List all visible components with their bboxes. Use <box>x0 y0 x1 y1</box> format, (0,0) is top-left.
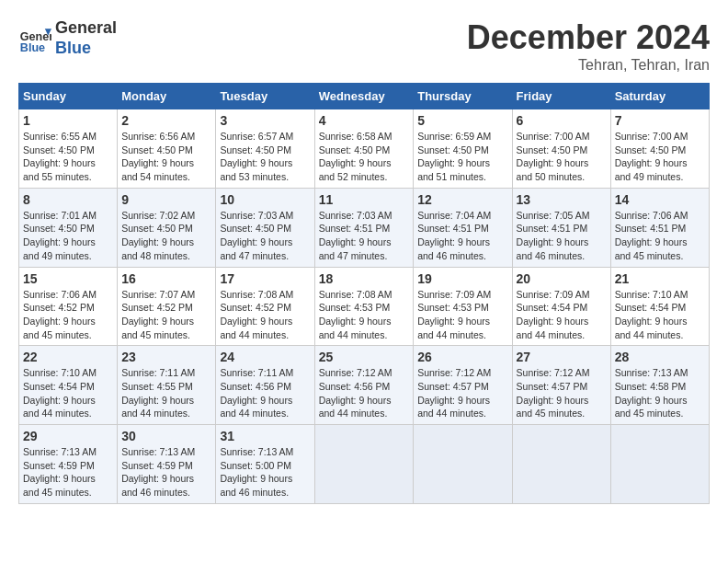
day-number: 25 <box>319 350 410 364</box>
day-number: 30 <box>121 429 211 443</box>
cell-info: Sunrise: 7:07 AMSunset: 4:52 PMDaylight:… <box>121 288 211 342</box>
calendar-week-row: 22Sunrise: 7:10 AMSunset: 4:54 PMDayligh… <box>19 346 710 425</box>
calendar-cell: 6Sunrise: 7:00 AMSunset: 4:50 PMDaylight… <box>512 109 610 189</box>
day-number: 19 <box>417 271 507 286</box>
calendar-cell: 15Sunrise: 7:06 AMSunset: 4:52 PMDayligh… <box>19 267 118 346</box>
month-title: December 2024 <box>467 18 710 57</box>
calendar-cell: 19Sunrise: 7:09 AMSunset: 4:53 PMDayligh… <box>414 267 512 346</box>
cell-info: Sunrise: 7:08 AMSunset: 4:53 PMDaylight:… <box>319 288 410 342</box>
calendar-cell: 8Sunrise: 7:01 AMSunset: 4:50 PMDaylight… <box>19 188 118 267</box>
calendar-cell: 3Sunrise: 6:57 AMSunset: 4:50 PMDaylight… <box>216 109 314 189</box>
calendar-week-row: 29Sunrise: 7:13 AMSunset: 4:59 PMDayligh… <box>19 425 710 504</box>
calendar-cell: 23Sunrise: 7:11 AMSunset: 4:55 PMDayligh… <box>118 346 216 425</box>
day-number: 22 <box>23 350 113 364</box>
calendar-cell: 24Sunrise: 7:11 AMSunset: 4:56 PMDayligh… <box>216 346 314 425</box>
weekday-header: Wednesday <box>314 84 414 109</box>
cell-info: Sunrise: 7:11 AMSunset: 4:56 PMDaylight:… <box>220 366 310 420</box>
day-number: 18 <box>319 271 410 286</box>
calendar-cell: 7Sunrise: 7:00 AMSunset: 4:50 PMDaylight… <box>610 109 709 189</box>
cell-info: Sunrise: 6:57 AMSunset: 4:50 PMDaylight:… <box>220 130 310 184</box>
day-number: 7 <box>615 113 705 128</box>
day-number: 8 <box>23 192 113 207</box>
day-number: 29 <box>23 429 113 443</box>
day-number: 4 <box>319 113 410 128</box>
day-number: 9 <box>121 192 211 207</box>
day-number: 13 <box>517 192 607 207</box>
cell-info: Sunrise: 7:09 AMSunset: 4:54 PMDaylight:… <box>517 288 607 342</box>
calendar-cell: 18Sunrise: 7:08 AMSunset: 4:53 PMDayligh… <box>314 267 414 346</box>
title-block: December 2024 Tehran, Tehran, Iran <box>467 18 710 74</box>
cell-info: Sunrise: 7:06 AMSunset: 4:51 PMDaylight:… <box>615 209 705 263</box>
calendar-cell: 9Sunrise: 7:02 AMSunset: 4:50 PMDaylight… <box>118 188 216 267</box>
cell-info: Sunrise: 7:03 AMSunset: 4:50 PMDaylight:… <box>220 209 310 263</box>
calendar-week-row: 8Sunrise: 7:01 AMSunset: 4:50 PMDaylight… <box>19 188 710 267</box>
calendar-cell: 28Sunrise: 7:13 AMSunset: 4:58 PMDayligh… <box>610 346 709 425</box>
cell-info: Sunrise: 7:00 AMSunset: 4:50 PMDaylight:… <box>615 130 705 184</box>
cell-info: Sunrise: 7:00 AMSunset: 4:50 PMDaylight:… <box>517 130 607 184</box>
cell-info: Sunrise: 7:10 AMSunset: 4:54 PMDaylight:… <box>615 288 705 342</box>
day-number: 1 <box>23 113 113 128</box>
weekday-header: Monday <box>118 84 216 109</box>
cell-info: Sunrise: 7:11 AMSunset: 4:55 PMDaylight:… <box>121 366 211 420</box>
day-number: 24 <box>220 350 310 364</box>
day-number: 2 <box>121 113 211 128</box>
calendar-cell: 4Sunrise: 6:58 AMSunset: 4:50 PMDaylight… <box>314 109 414 189</box>
calendar-cell: 11Sunrise: 7:03 AMSunset: 4:51 PMDayligh… <box>314 188 414 267</box>
cell-info: Sunrise: 7:13 AMSunset: 4:59 PMDaylight:… <box>23 445 113 500</box>
cell-info: Sunrise: 7:12 AMSunset: 4:56 PMDaylight:… <box>319 366 410 420</box>
day-number: 27 <box>517 350 607 364</box>
calendar-table: SundayMondayTuesdayWednesdayThursdayFrid… <box>18 83 710 504</box>
calendar-cell: 30Sunrise: 7:13 AMSunset: 4:59 PMDayligh… <box>118 425 216 504</box>
cell-info: Sunrise: 7:03 AMSunset: 4:51 PMDaylight:… <box>319 209 410 263</box>
weekday-header: Thursday <box>414 84 512 109</box>
calendar-cell: 5Sunrise: 6:59 AMSunset: 4:50 PMDaylight… <box>414 109 512 189</box>
calendar-cell: 17Sunrise: 7:08 AMSunset: 4:52 PMDayligh… <box>216 267 314 346</box>
day-number: 28 <box>615 350 705 364</box>
calendar-cell: 2Sunrise: 6:56 AMSunset: 4:50 PMDaylight… <box>118 109 216 189</box>
cell-info: Sunrise: 7:05 AMSunset: 4:51 PMDaylight:… <box>517 209 607 263</box>
cell-info: Sunrise: 6:55 AMSunset: 4:50 PMDaylight:… <box>23 130 113 184</box>
calendar-cell: 14Sunrise: 7:06 AMSunset: 4:51 PMDayligh… <box>610 188 709 267</box>
location: Tehran, Tehran, Iran <box>467 57 710 74</box>
cell-info: Sunrise: 7:09 AMSunset: 4:53 PMDaylight:… <box>417 288 507 342</box>
day-number: 5 <box>417 113 507 128</box>
svg-text:Blue: Blue <box>20 41 45 54</box>
logo-text: General Blue <box>55 18 117 58</box>
cell-info: Sunrise: 6:58 AMSunset: 4:50 PMDaylight:… <box>319 130 410 184</box>
day-number: 21 <box>615 271 705 286</box>
calendar-cell: 1Sunrise: 6:55 AMSunset: 4:50 PMDaylight… <box>19 109 118 189</box>
calendar-cell: 16Sunrise: 7:07 AMSunset: 4:52 PMDayligh… <box>118 267 216 346</box>
calendar-cell <box>414 425 512 504</box>
cell-info: Sunrise: 7:01 AMSunset: 4:50 PMDaylight:… <box>23 209 113 263</box>
cell-info: Sunrise: 7:08 AMSunset: 4:52 PMDaylight:… <box>220 288 310 342</box>
calendar-cell <box>610 425 709 504</box>
weekday-header: Sunday <box>19 84 118 109</box>
calendar-cell: 13Sunrise: 7:05 AMSunset: 4:51 PMDayligh… <box>512 188 610 267</box>
calendar-cell: 12Sunrise: 7:04 AMSunset: 4:51 PMDayligh… <box>414 188 512 267</box>
calendar-cell: 29Sunrise: 7:13 AMSunset: 4:59 PMDayligh… <box>19 425 118 504</box>
day-number: 26 <box>417 350 507 364</box>
calendar-cell: 26Sunrise: 7:12 AMSunset: 4:57 PMDayligh… <box>414 346 512 425</box>
cell-info: Sunrise: 7:12 AMSunset: 4:57 PMDaylight:… <box>517 366 607 420</box>
logo-icon: General Blue <box>18 22 51 55</box>
day-number: 15 <box>23 271 113 286</box>
calendar-cell: 25Sunrise: 7:12 AMSunset: 4:56 PMDayligh… <box>314 346 414 425</box>
day-number: 23 <box>121 350 211 364</box>
cell-info: Sunrise: 7:10 AMSunset: 4:54 PMDaylight:… <box>23 366 113 420</box>
calendar-week-row: 15Sunrise: 7:06 AMSunset: 4:52 PMDayligh… <box>19 267 710 346</box>
calendar-cell: 20Sunrise: 7:09 AMSunset: 4:54 PMDayligh… <box>512 267 610 346</box>
weekday-header: Friday <box>512 84 610 109</box>
calendar-week-row: 1Sunrise: 6:55 AMSunset: 4:50 PMDaylight… <box>19 109 710 189</box>
day-number: 31 <box>220 429 310 443</box>
calendar-cell: 22Sunrise: 7:10 AMSunset: 4:54 PMDayligh… <box>19 346 118 425</box>
weekday-header: Saturday <box>610 84 709 109</box>
calendar-cell: 31Sunrise: 7:13 AMSunset: 5:00 PMDayligh… <box>216 425 314 504</box>
calendar-cell <box>314 425 414 504</box>
cell-info: Sunrise: 7:13 AMSunset: 4:59 PMDaylight:… <box>121 445 211 500</box>
cell-info: Sunrise: 7:12 AMSunset: 4:57 PMDaylight:… <box>417 366 507 420</box>
day-number: 11 <box>319 192 410 207</box>
day-number: 17 <box>220 271 310 286</box>
cell-info: Sunrise: 7:06 AMSunset: 4:52 PMDaylight:… <box>23 288 113 342</box>
calendar-cell: 27Sunrise: 7:12 AMSunset: 4:57 PMDayligh… <box>512 346 610 425</box>
logo: General Blue General Blue <box>18 18 117 58</box>
